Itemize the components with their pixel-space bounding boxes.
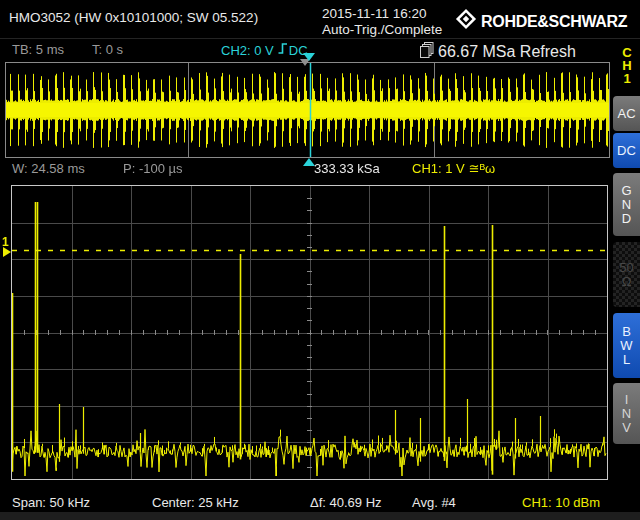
ch2-trigger-readout: CH2: 0 V DC <box>221 42 308 58</box>
channel1-reference-marker[interactable]: 1 <box>2 236 9 248</box>
fft-spectrum-display <box>12 186 607 479</box>
resolution-bandwidth-readout: Δf: 40.69 Hz <box>310 495 382 510</box>
rising-edge-icon <box>278 42 288 58</box>
acquisition-memory-icon <box>420 42 434 62</box>
gnd-button[interactable]: G N D <box>613 173 640 236</box>
bottom-strip <box>0 512 640 520</box>
timebase-readout: TB: 5 ms <box>12 42 64 57</box>
rohde-schwarz-logo-icon <box>455 8 477 34</box>
ch2-level-label: CH2: 0 V <box>221 43 274 58</box>
invert-button[interactable]: I N V <box>613 383 640 444</box>
coupling-dc-button[interactable]: DC <box>613 133 640 168</box>
sample-rate-label: 66.67 MSa Refresh <box>438 43 576 61</box>
time-domain-waveform <box>6 63 609 157</box>
fft-spectrum-window <box>11 185 608 480</box>
ch1-scale-label: CH1: 1 V <box>412 161 465 176</box>
coupling-ac-button[interactable]: AC <box>613 96 640 131</box>
ch1-level-scale-readout: CH1: 10 dBm <box>522 495 600 510</box>
device-title: HMO3052 (HW 0x10101000; SW 05.522) <box>9 10 258 25</box>
center-frequency-readout: Center: 25 kHz <box>152 495 239 510</box>
average-count-readout: Avg. #4 <box>412 495 456 510</box>
sample-rate-readout: 66.67 MSa Refresh <box>420 42 576 62</box>
fft-window-position-readout: P: -100 µs <box>123 161 183 176</box>
ch1-coupling-bwl-flags: ≅ᴮω <box>469 161 495 176</box>
brand-logo: ROHDE&SCHWARZ <box>455 8 627 34</box>
ch1-scale-readout: CH1: 1 V ≅ᴮω <box>412 161 495 176</box>
fft-window-width-readout: W: 24.58 ms <box>12 161 85 176</box>
trigger-time-readout: T: 0 s <box>92 42 123 57</box>
channel1-tag: C H 1 <box>619 46 635 85</box>
span-readout: Span: 50 kHz <box>12 495 90 510</box>
bandwidth-limit-button[interactable]: B W L <box>613 313 640 378</box>
datetime: 2015-11-11 16:20 <box>322 6 427 21</box>
fft-window-top-marker[interactable] <box>303 53 315 61</box>
fifty-ohm-button: 50 Ω <box>613 242 640 307</box>
reference-marker-arrow-icon <box>3 247 11 257</box>
window-sample-rate-readout: 333.33 kSa <box>314 161 380 176</box>
header-divider <box>0 38 640 39</box>
time-domain-window <box>5 62 610 158</box>
oscilloscope-screen: HMO3052 (HW 0x10101000; SW 05.522) 2015-… <box>0 0 640 520</box>
acquisition-status: Auto-Trig./Complete <box>322 22 442 37</box>
brand-name: ROHDE&SCHWARZ <box>481 14 627 29</box>
